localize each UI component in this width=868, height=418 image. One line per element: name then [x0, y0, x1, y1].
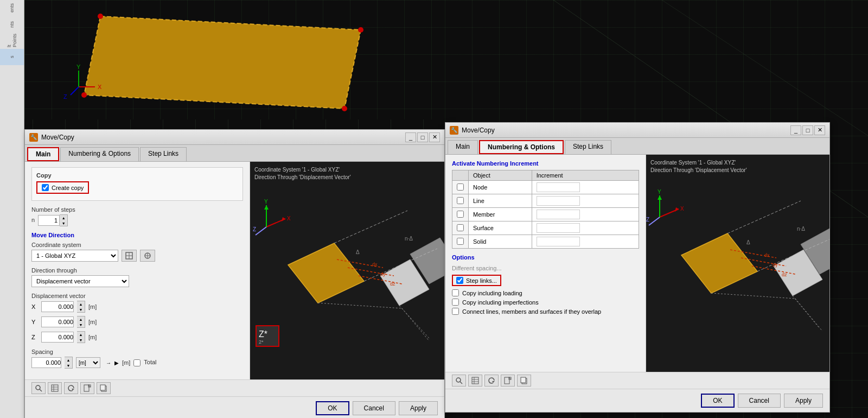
svg-text:dy: dy — [380, 271, 386, 277]
member-checkbox[interactable] — [457, 211, 464, 218]
x-up[interactable]: ▲ — [77, 301, 85, 307]
right-dialog-maximize[interactable]: □ — [802, 125, 813, 135]
steps-down[interactable]: ▼ — [60, 220, 67, 226]
x-arrows[interactable]: ▲ ▼ — [77, 301, 85, 313]
spacing-down[interactable]: ▼ — [65, 363, 72, 368]
y-arrows[interactable]: ▲ ▼ — [77, 316, 85, 328]
member-check-cell[interactable] — [452, 208, 469, 221]
right-tab-steplinks[interactable]: Step Links — [565, 140, 611, 154]
left-toolbar-copy-icon[interactable] — [97, 382, 111, 394]
left-dialog-maximize[interactable]: □ — [417, 132, 428, 142]
coord-system-select[interactable]: 1 - Global XYZ — [31, 250, 118, 262]
sidebar-item-nts[interactable]: nts — [0, 16, 24, 33]
right-cancel-button[interactable]: Cancel — [738, 394, 781, 408]
left-tab-steplinks[interactable]: Step Links — [140, 147, 187, 161]
displacement-vector-btn-highlight[interactable]: Z* 2* — [256, 325, 279, 347]
steps-spinbox[interactable]: ▲ ▼ — [38, 214, 68, 226]
left-tab-numbering[interactable]: Numbering & Options — [60, 147, 139, 161]
spacing-arrows[interactable]: ▲ ▼ — [65, 357, 73, 369]
total-checkbox[interactable] — [133, 359, 141, 366]
sidebar-left: ents nts lt Points s — [0, 0, 24, 418]
z-down[interactable]: ▼ — [77, 337, 85, 343]
svg-rect-58 — [100, 385, 105, 390]
svg-text:X: X — [680, 206, 684, 212]
z-arrows[interactable]: ▲ ▼ — [77, 331, 85, 343]
surface-check-cell[interactable] — [452, 221, 469, 235]
left-toolbar-table[interactable] — [48, 382, 62, 394]
node-check-cell[interactable] — [452, 181, 469, 194]
steps-input[interactable] — [38, 215, 60, 226]
svg-marker-62 — [658, 195, 662, 200]
sidebar-item-points[interactable]: lt Points — [0, 33, 24, 49]
x-input[interactable] — [41, 301, 74, 312]
right-toolbar-export[interactable] — [501, 375, 515, 387]
left-toolbar-export[interactable] — [80, 382, 94, 394]
svg-point-3 — [358, 27, 363, 33]
left-dialog-minimize[interactable]: _ — [405, 132, 416, 142]
right-tab-main[interactable]: Main — [448, 140, 478, 154]
left-ok-button[interactable]: OK — [316, 401, 349, 415]
left-tab-bar: Main Numbering & Options Step Links — [25, 145, 444, 162]
solid-checkbox[interactable] — [457, 238, 464, 245]
right-apply-button[interactable]: Apply — [784, 394, 823, 408]
y-down[interactable]: ▼ — [77, 322, 85, 327]
right-dialog-close[interactable]: ✕ — [814, 125, 825, 135]
svg-marker-53 — [72, 389, 74, 390]
left-toolbar-search[interactable] — [31, 382, 46, 394]
left-tab-main[interactable]: Main — [27, 147, 59, 161]
right-tab-numbering[interactable]: Numbering & Options — [479, 140, 564, 154]
step-links-checkbox[interactable] — [456, 277, 463, 284]
svg-text:Y: Y — [264, 199, 268, 205]
right-toolbar-refresh[interactable] — [484, 375, 499, 387]
spacing-up[interactable]: ▲ — [65, 357, 72, 363]
direction-through-select[interactable]: Displacement vector — [31, 275, 129, 287]
y-input[interactable] — [41, 316, 74, 327]
left-dialog-close[interactable]: ✕ — [429, 132, 440, 142]
solid-increment[interactable] — [537, 237, 580, 246]
surface-increment-cell — [532, 221, 639, 235]
coord-icon-btn1[interactable] — [122, 250, 137, 262]
node-increment[interactable] — [537, 182, 580, 192]
sidebar-item-s[interactable]: s — [0, 49, 24, 65]
steps-up[interactable]: ▲ — [60, 215, 67, 220]
right-toolbar-table[interactable] — [468, 375, 482, 387]
left-cancel-button[interactable]: Cancel — [353, 401, 395, 415]
solid-check-cell[interactable] — [452, 235, 469, 249]
line-label-cell: Line — [469, 194, 532, 208]
z-up[interactable]: ▲ — [77, 332, 85, 337]
sidebar-item-ents[interactable]: ents — [0, 0, 24, 16]
steps-arrows[interactable]: ▲ ▼ — [60, 214, 68, 226]
create-copy-row: Create copy — [36, 181, 238, 194]
spacing-input[interactable] — [31, 357, 61, 368]
options-header: Options — [452, 254, 639, 261]
spacing-unit-select[interactable]: [m] — [76, 357, 100, 368]
z-input[interactable] — [41, 332, 74, 343]
surface-checkbox[interactable] — [457, 224, 464, 231]
surface-increment[interactable] — [537, 223, 580, 233]
right-dialog-minimize[interactable]: _ — [790, 125, 801, 135]
left-toolbar-refresh[interactable] — [64, 382, 78, 394]
right-toolbar-copy-icon[interactable] — [517, 375, 531, 387]
line-check-cell[interactable] — [452, 194, 469, 208]
y-up[interactable]: ▲ — [77, 316, 85, 322]
line-increment[interactable] — [537, 196, 580, 206]
member-increment[interactable] — [537, 210, 580, 219]
create-copy-checkbox[interactable] — [42, 184, 49, 191]
right-preview-panel: Coordinate System '1 - Global XYZ' Direc… — [646, 155, 829, 372]
right-dialog-titlebar[interactable]: 🔧 Move/Copy _ □ ✕ — [445, 123, 829, 138]
right-ok-button[interactable]: OK — [701, 394, 734, 408]
y-unit: [m] — [88, 319, 97, 325]
x-down[interactable]: ▼ — [77, 307, 85, 312]
copy-imperfections-checkbox[interactable] — [452, 299, 459, 306]
line-checkbox[interactable] — [457, 197, 464, 204]
svg-rect-94 — [521, 377, 526, 383]
copy-loading-checkbox[interactable] — [452, 289, 459, 296]
col-object — [452, 170, 469, 181]
coord-icon-btn2[interactable] — [140, 250, 155, 262]
connect-checkbox[interactable] — [452, 308, 459, 315]
node-checkbox[interactable] — [457, 183, 464, 191]
left-dialog-titlebar[interactable]: 🔧 Move/Copy _ □ ✕ — [25, 130, 444, 145]
right-toolbar-search[interactable] — [452, 375, 466, 387]
left-apply-button[interactable]: Apply — [399, 401, 438, 415]
right-dialog-title: Move/Copy — [462, 126, 790, 134]
